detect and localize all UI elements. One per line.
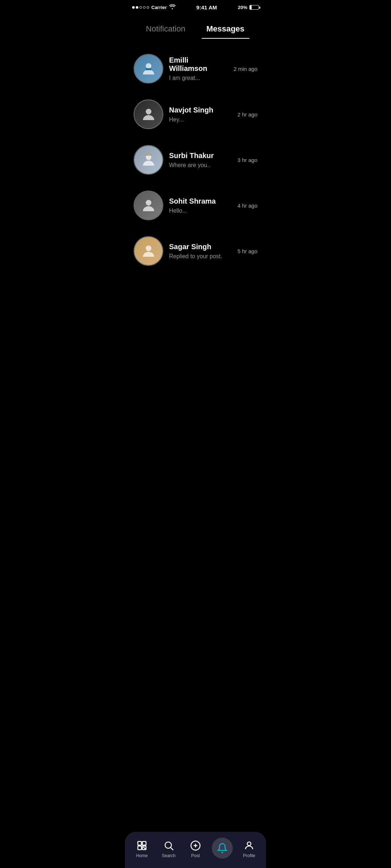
message-content: Navjot Singh Hey... <box>163 106 237 123</box>
message-time: 2 min ago <box>234 66 257 72</box>
message-time: 4 hr ago <box>237 203 257 209</box>
tab-notification[interactable]: Notification <box>136 20 196 39</box>
status-right: 20% <box>238 5 259 10</box>
message-item[interactable]: Sohit Shrama Hello... 4 hr ago <box>125 183 266 228</box>
avatar <box>134 54 163 84</box>
message-preview: Where are you.. <box>169 162 232 169</box>
message-name: Sagar Singh <box>169 243 232 251</box>
avatar <box>134 145 163 175</box>
battery-percentage: 20% <box>238 5 247 10</box>
signal-dot-5 <box>147 6 149 9</box>
status-bar: Carrier 9:41 AM 20% <box>125 0 266 13</box>
message-item[interactable]: Emilli Williamson I am great... 2 min ag… <box>125 46 266 92</box>
battery-icon <box>249 5 259 10</box>
avatar-image-4 <box>134 191 163 220</box>
message-item[interactable]: Navjot Singh Hey... 2 hr ago <box>125 92 266 137</box>
svg-point-5 <box>146 245 151 251</box>
signal-dot-4 <box>143 6 146 9</box>
svg-point-2 <box>146 109 151 114</box>
signal-dots <box>132 6 149 9</box>
message-name: Emilli Williamson <box>169 56 228 73</box>
message-preview: Hey... <box>169 116 232 123</box>
wifi-icon <box>169 4 176 10</box>
avatar-image-5 <box>134 237 163 265</box>
avatar-image-1 <box>134 55 163 83</box>
message-content: Sohit Shrama Hello... <box>163 197 237 214</box>
signal-dot-1 <box>132 6 135 9</box>
message-item[interactable]: Surbi Thakur Where are you.. 3 hr ago <box>125 137 266 183</box>
status-left: Carrier <box>132 4 176 10</box>
message-preview: I am great... <box>169 75 228 81</box>
carrier-label: Carrier <box>151 5 167 10</box>
message-name: Surbi Thakur <box>169 152 232 160</box>
status-time: 9:41 AM <box>196 4 217 10</box>
message-time: 3 hr ago <box>237 157 257 163</box>
nav-spacer <box>125 281 266 317</box>
svg-point-4 <box>146 200 151 205</box>
avatar <box>134 191 163 220</box>
battery-fill <box>250 5 252 9</box>
message-content: Surbi Thakur Where are you.. <box>163 152 237 169</box>
message-time: 5 hr ago <box>237 248 257 254</box>
message-preview: Hello... <box>169 208 232 214</box>
signal-dot-2 <box>136 6 138 9</box>
avatar <box>134 99 163 129</box>
message-time: 2 hr ago <box>237 111 257 118</box>
avatar-image-3 <box>134 146 163 174</box>
avatar <box>134 236 163 266</box>
tab-messages[interactable]: Messages <box>196 20 255 39</box>
svg-rect-1 <box>146 68 151 70</box>
messages-list: Emilli Williamson I am great... 2 min ag… <box>125 39 266 281</box>
svg-point-0 <box>146 63 151 69</box>
message-content: Sagar Singh Replied to your post. <box>163 243 237 260</box>
avatar-image-2 <box>134 100 163 128</box>
message-name: Sohit Shrama <box>169 197 232 205</box>
tabs-header: Notification Messages <box>125 13 266 39</box>
message-content: Emilli Williamson I am great... <box>163 56 234 81</box>
message-name: Navjot Singh <box>169 106 232 114</box>
signal-dot-3 <box>139 6 142 9</box>
message-preview: Replied to your post. <box>169 253 232 260</box>
message-item[interactable]: Sagar Singh Replied to your post. 5 hr a… <box>125 228 266 274</box>
